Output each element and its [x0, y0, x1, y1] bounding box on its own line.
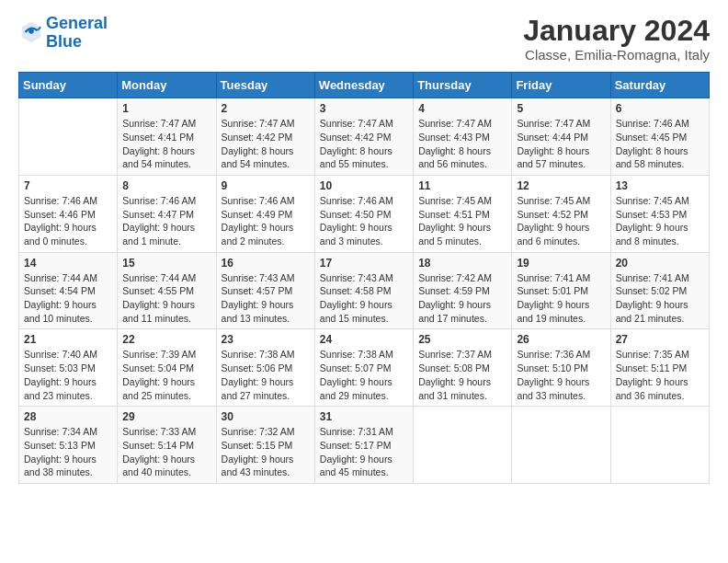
- cell-info: Sunrise: 7:31 AMSunset: 5:17 PMDaylight:…: [320, 425, 408, 479]
- cell-day-number: 11: [418, 179, 506, 192]
- calendar-body: 1Sunrise: 7:47 AMSunset: 4:41 PMDaylight…: [19, 98, 710, 484]
- cell-sunset: Sunset: 5:10 PM: [517, 362, 588, 373]
- calendar-cell: 3Sunrise: 7:47 AMSunset: 4:42 PMDaylight…: [314, 98, 413, 176]
- calendar-cell: 19Sunrise: 7:41 AMSunset: 5:01 PMDayligh…: [512, 252, 610, 329]
- cell-sunrise: Sunrise: 7:36 AM: [517, 349, 590, 360]
- calendar-cell: 12Sunrise: 7:45 AMSunset: 4:52 PMDayligh…: [512, 175, 610, 252]
- cell-daylight-label: Daylight: 9 hours: [616, 376, 688, 387]
- calendar-cell: [414, 407, 512, 484]
- cell-day-number: 6: [616, 102, 704, 115]
- cell-sunset: Sunset: 4:47 PM: [122, 209, 194, 220]
- calendar-cell: 22Sunrise: 7:39 AMSunset: 5:04 PMDayligh…: [118, 329, 216, 407]
- cell-sunrise: Sunrise: 7:33 AM: [122, 426, 196, 437]
- calendar-cell: 11Sunrise: 7:45 AMSunset: 4:51 PMDayligh…: [414, 175, 512, 252]
- cell-day-number: 28: [24, 410, 112, 423]
- cell-sunset: Sunset: 5:14 PM: [122, 440, 194, 451]
- header: General Blue January 2024 Classe, Emilia…: [18, 15, 710, 63]
- calendar-week-3: 14Sunrise: 7:44 AMSunset: 4:54 PMDayligh…: [19, 252, 710, 329]
- calendar-cell: 4Sunrise: 7:47 AMSunset: 4:43 PMDaylight…: [414, 98, 512, 176]
- cell-sunrise: Sunrise: 7:46 AM: [222, 195, 295, 206]
- cell-sunset: Sunset: 4:55 PM: [122, 285, 194, 296]
- weekday-header-sunday: Sunday: [19, 73, 118, 98]
- cell-sunset: Sunset: 4:42 PM: [320, 132, 392, 143]
- calendar-cell: 8Sunrise: 7:46 AMSunset: 4:47 PMDaylight…: [118, 175, 216, 252]
- cell-daylight-mins: and 1 minute.: [122, 236, 181, 247]
- cell-sunrise: Sunrise: 7:32 AM: [222, 426, 295, 437]
- calendar-cell: 5Sunrise: 7:47 AMSunset: 4:44 PMDaylight…: [512, 98, 610, 176]
- calendar-cell: 25Sunrise: 7:37 AMSunset: 5:08 PMDayligh…: [414, 329, 512, 407]
- calendar-cell: 9Sunrise: 7:46 AMSunset: 4:49 PMDaylight…: [216, 175, 314, 252]
- cell-info: Sunrise: 7:40 AMSunset: 5:03 PMDaylight:…: [24, 348, 112, 402]
- calendar-cell: [610, 407, 709, 484]
- cell-daylight-label: Daylight: 8 hours: [222, 145, 294, 156]
- cell-day-number: 7: [24, 179, 112, 192]
- cell-daylight-mins: and 11 minutes.: [122, 313, 191, 324]
- cell-sunrise: Sunrise: 7:44 AM: [24, 272, 97, 283]
- cell-sunrise: Sunrise: 7:46 AM: [122, 195, 196, 206]
- cell-sunset: Sunset: 4:57 PM: [222, 285, 293, 296]
- cell-daylight-mins: and 27 minutes.: [222, 390, 290, 401]
- cell-sunrise: Sunrise: 7:43 AM: [320, 272, 393, 283]
- cell-sunrise: Sunrise: 7:34 AM: [24, 426, 97, 437]
- cell-day-number: 2: [222, 102, 310, 115]
- cell-daylight-label: Daylight: 8 hours: [616, 145, 688, 156]
- cell-sunrise: Sunrise: 7:47 AM: [222, 118, 295, 129]
- cell-sunrise: Sunrise: 7:44 AM: [122, 272, 196, 283]
- cell-daylight-label: Daylight: 9 hours: [122, 299, 195, 310]
- cell-sunrise: Sunrise: 7:47 AM: [418, 118, 492, 129]
- cell-day-number: 23: [222, 333, 310, 346]
- cell-info: Sunrise: 7:45 AMSunset: 4:52 PMDaylight:…: [517, 194, 605, 248]
- cell-daylight-label: Daylight: 9 hours: [122, 376, 195, 387]
- cell-daylight-label: Daylight: 9 hours: [418, 299, 491, 310]
- cell-day-number: 8: [122, 179, 210, 192]
- cell-day-number: 10: [320, 179, 408, 192]
- cell-info: Sunrise: 7:46 AMSunset: 4:50 PMDaylight:…: [320, 194, 408, 248]
- cell-daylight-label: Daylight: 9 hours: [320, 222, 392, 233]
- cell-daylight-mins: and 55 minutes.: [320, 158, 389, 169]
- cell-info: Sunrise: 7:34 AMSunset: 5:13 PMDaylight:…: [24, 425, 112, 479]
- cell-day-number: 5: [517, 102, 605, 115]
- calendar-week-1: 1Sunrise: 7:47 AMSunset: 4:41 PMDaylight…: [19, 98, 710, 176]
- cell-sunset: Sunset: 5:03 PM: [24, 362, 96, 373]
- cell-sunrise: Sunrise: 7:41 AM: [616, 272, 689, 283]
- cell-daylight-label: Daylight: 9 hours: [122, 222, 195, 233]
- cell-day-number: 3: [320, 102, 408, 115]
- cell-sunset: Sunset: 4:45 PM: [616, 132, 688, 143]
- calendar-header-row: SundayMondayTuesdayWednesdayThursdayFrid…: [19, 73, 710, 98]
- cell-daylight-label: Daylight: 8 hours: [517, 145, 589, 156]
- cell-info: Sunrise: 7:36 AMSunset: 5:10 PMDaylight:…: [517, 348, 605, 402]
- cell-sunrise: Sunrise: 7:40 AM: [24, 349, 97, 360]
- cell-sunset: Sunset: 4:49 PM: [222, 209, 293, 220]
- cell-daylight-label: Daylight: 9 hours: [222, 299, 294, 310]
- cell-daylight-mins: and 5 minutes.: [418, 236, 482, 247]
- cell-info: Sunrise: 7:44 AMSunset: 4:55 PMDaylight:…: [122, 271, 210, 326]
- cell-sunset: Sunset: 5:15 PM: [222, 440, 293, 451]
- cell-info: Sunrise: 7:38 AMSunset: 5:06 PMDaylight:…: [222, 348, 310, 402]
- calendar-cell: [19, 98, 118, 176]
- cell-daylight-label: Daylight: 9 hours: [122, 454, 195, 465]
- cell-info: Sunrise: 7:44 AMSunset: 4:54 PMDaylight:…: [24, 271, 112, 326]
- title-block: January 2024 Classe, Emilia-Romagna, Ita…: [523, 15, 710, 63]
- cell-sunrise: Sunrise: 7:46 AM: [24, 195, 97, 206]
- calendar-cell: 1Sunrise: 7:47 AMSunset: 4:41 PMDaylight…: [118, 98, 216, 176]
- cell-sunset: Sunset: 5:01 PM: [517, 285, 588, 296]
- cell-day-number: 19: [517, 257, 605, 270]
- cell-info: Sunrise: 7:47 AMSunset: 4:42 PMDaylight:…: [222, 117, 310, 171]
- cell-daylight-label: Daylight: 9 hours: [517, 376, 589, 387]
- cell-daylight-mins: and 36 minutes.: [616, 390, 685, 401]
- cell-daylight-label: Daylight: 8 hours: [320, 145, 392, 156]
- cell-info: Sunrise: 7:46 AMSunset: 4:46 PMDaylight:…: [24, 194, 112, 248]
- calendar-cell: 14Sunrise: 7:44 AMSunset: 4:54 PMDayligh…: [19, 252, 118, 329]
- cell-daylight-mins: and 21 minutes.: [616, 313, 685, 324]
- cell-daylight-label: Daylight: 9 hours: [222, 454, 294, 465]
- cell-daylight-mins: and 56 minutes.: [418, 158, 487, 169]
- logo-text: General Blue: [46, 15, 108, 52]
- cell-sunrise: Sunrise: 7:38 AM: [320, 349, 393, 360]
- calendar-cell: 27Sunrise: 7:35 AMSunset: 5:11 PMDayligh…: [610, 329, 709, 407]
- cell-day-number: 25: [418, 333, 506, 346]
- cell-daylight-mins: and 45 minutes.: [320, 466, 389, 477]
- cell-daylight-label: Daylight: 8 hours: [418, 145, 491, 156]
- cell-daylight-label: Daylight: 9 hours: [222, 376, 294, 387]
- main-title: January 2024: [523, 15, 710, 47]
- weekday-header-monday: Monday: [118, 73, 216, 98]
